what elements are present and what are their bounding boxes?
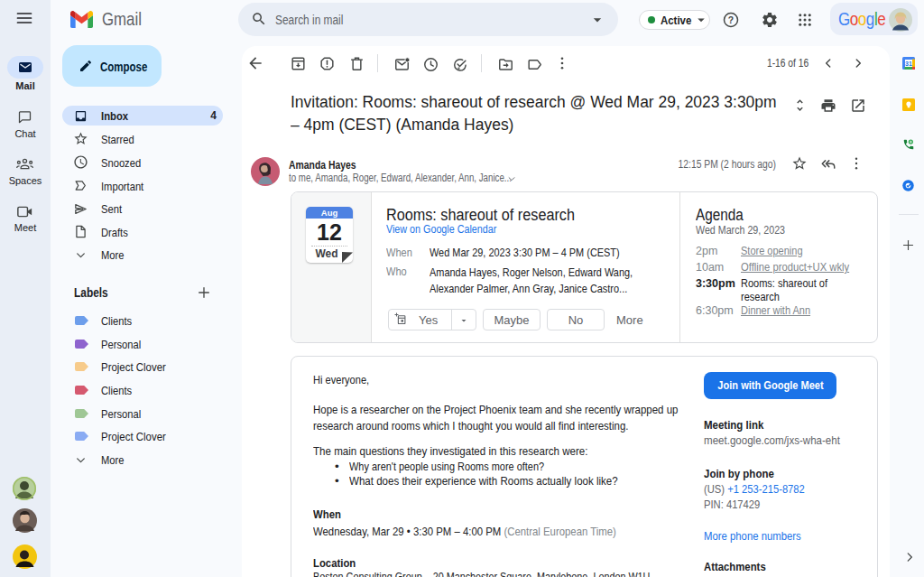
svg-text:31: 31 xyxy=(905,60,912,67)
svg-text:?: ? xyxy=(728,15,734,25)
